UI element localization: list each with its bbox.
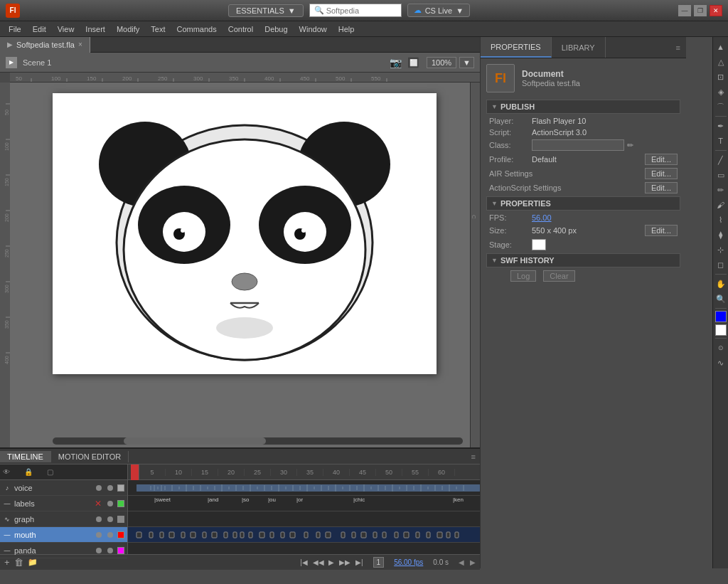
eraser-tool[interactable]: ◻: [714, 258, 728, 272]
stage-background[interactable]: [10, 83, 470, 447]
gradient-tool[interactable]: ◈: [714, 85, 728, 99]
doc-properties-header[interactable]: ▼ PROPERTIES: [486, 196, 680, 211]
menu-window[interactable]: Window: [294, 23, 333, 35]
menu-modify[interactable]: Modify: [111, 23, 145, 35]
size-edit-button[interactable]: Edit...: [645, 225, 678, 236]
smooth-tool[interactable]: ∿: [714, 356, 728, 370]
class-edit-icon[interactable]: ✏: [627, 141, 633, 150]
close-button[interactable]: ✕: [710, 5, 722, 16]
transform-tool[interactable]: ⊡: [714, 70, 728, 84]
fill-color-picker[interactable]: [715, 324, 727, 336]
hand-tool[interactable]: ✋: [714, 277, 728, 291]
tab-close-button[interactable]: ×: [78, 41, 82, 48]
layer-lock-dot[interactable]: [107, 501, 113, 506]
play-forward-button[interactable]: ▶|: [355, 558, 363, 566]
layer-labels[interactable]: — labels ✕: [0, 496, 127, 511]
new-folder-button[interactable]: 📁: [28, 558, 38, 567]
profile-edit-button[interactable]: Edit...: [645, 154, 678, 165]
add-layer-button[interactable]: +: [4, 557, 10, 568]
layer-lock-dot[interactable]: [107, 532, 113, 538]
layer-color-swatch[interactable]: [117, 516, 124, 523]
brush-tool[interactable]: 🖌: [714, 198, 728, 212]
clear-button[interactable]: Clear: [543, 270, 574, 282]
essentials-button[interactable]: ESSENTIALS ▼: [228, 4, 304, 17]
search-input[interactable]: [326, 6, 394, 15]
zoom-dropdown-icon[interactable]: ▼: [459, 57, 474, 68]
paint-bucket-tool[interactable]: ⧫: [714, 228, 728, 242]
scroll-left-button[interactable]: ◀: [459, 558, 464, 566]
log-button[interactable]: Log: [510, 270, 536, 282]
eyedropper-tool[interactable]: ⊹: [714, 243, 728, 257]
snap-to-object[interactable]: ⊙: [714, 341, 728, 355]
menu-text[interactable]: Text: [145, 23, 171, 35]
layer-color-swatch[interactable]: [117, 484, 124, 492]
rewind-button[interactable]: ◀◀: [313, 558, 324, 566]
select-tool[interactable]: ▲: [714, 40, 728, 54]
menu-commands[interactable]: Commands: [171, 23, 222, 35]
layer-voice[interactable]: ♪ voice: [0, 480, 127, 496]
ink-tool[interactable]: ⌇: [714, 213, 728, 227]
play-back-button[interactable]: |◀: [300, 558, 308, 566]
layer-visibility-dot[interactable]: [96, 485, 102, 491]
mouth-track[interactable]: [128, 527, 480, 543]
document-tab[interactable]: ▶ Softpedia test.fla ×: [0, 37, 90, 53]
menu-file[interactable]: File: [3, 23, 27, 35]
layer-panda[interactable]: — panda: [0, 543, 127, 558]
menu-help[interactable]: Help: [333, 23, 360, 35]
class-input[interactable]: [532, 139, 624, 151]
layer-color-swatch[interactable]: [117, 500, 124, 507]
restore-button[interactable]: ❐: [694, 5, 707, 16]
layer-visibility-x[interactable]: ✕: [95, 499, 102, 509]
fps-value[interactable]: 56.00 fps: [394, 558, 423, 566]
svg-text:200: 200: [4, 213, 9, 222]
layer-color-swatch[interactable]: [117, 531, 124, 538]
scroll-right-button[interactable]: ▶: [470, 558, 476, 566]
swf-history-header[interactable]: ▼ SWF HISTORY: [486, 253, 680, 267]
forward-button[interactable]: ▶▶: [339, 558, 350, 566]
graph-track[interactable]: [128, 511, 480, 527]
menu-debug[interactable]: Debug: [259, 23, 293, 35]
delete-layer-button[interactable]: 🗑: [14, 557, 23, 568]
motion-editor-tab[interactable]: MOTION EDITOR: [51, 451, 129, 462]
panel-collapse-button[interactable]: ≡: [676, 43, 686, 52]
cs-live-button[interactable]: ☁ CS Live ▼: [407, 4, 470, 17]
layer-visibility-dot[interactable]: [96, 548, 102, 553]
collapse-arrow[interactable]: C: [471, 215, 477, 219]
fps-value-link[interactable]: 56.00: [532, 213, 552, 222]
stage-color-picker[interactable]: [532, 239, 546, 250]
timeline-collapse[interactable]: ≡: [471, 452, 480, 461]
minimize-button[interactable]: —: [678, 5, 691, 16]
voice-track[interactable]: [128, 480, 480, 496]
layer-visibility-dot[interactable]: [96, 516, 102, 522]
layer-color-swatch[interactable]: [117, 547, 124, 554]
properties-tab[interactable]: PROPERTIES: [481, 37, 552, 58]
subselect-tool[interactable]: △: [714, 55, 728, 69]
labels-track[interactable]: |sweet |and |so |ou |or |chic |ken: [128, 496, 480, 511]
pen-tool[interactable]: ✒: [714, 119, 728, 133]
panda-track[interactable]: [128, 543, 480, 554]
zoom-tool[interactable]: 🔍: [714, 292, 728, 306]
stroke-color-picker[interactable]: [715, 311, 727, 322]
text-tool[interactable]: T: [714, 134, 728, 148]
horizontal-scrollbar[interactable]: [53, 437, 463, 445]
layer-lock-dot[interactable]: [107, 516, 113, 522]
timeline-tab[interactable]: TIMELINE: [0, 451, 51, 462]
pencil-tool[interactable]: ✏: [714, 183, 728, 197]
rect-tool[interactable]: ▭: [714, 168, 728, 182]
menu-edit[interactable]: Edit: [27, 23, 52, 35]
layer-visibility-dot[interactable]: [96, 532, 102, 538]
library-tab[interactable]: LIBRARY: [552, 37, 606, 58]
layer-lock-dot[interactable]: [107, 548, 113, 553]
menu-insert[interactable]: Insert: [80, 23, 111, 35]
play-button[interactable]: ▶: [328, 558, 334, 566]
line-tool[interactable]: ╱: [714, 153, 728, 167]
menu-control[interactable]: Control: [223, 23, 259, 35]
layer-mouth[interactable]: — mouth: [0, 527, 127, 543]
menu-view[interactable]: View: [52, 23, 80, 35]
lasso-tool[interactable]: ⌒: [714, 100, 728, 114]
as-edit-button[interactable]: Edit...: [645, 182, 678, 193]
air-edit-button[interactable]: Edit...: [645, 168, 678, 179]
layer-graph[interactable]: ∿ graph: [0, 511, 127, 527]
layer-lock-dot[interactable]: [107, 485, 113, 491]
publish-header[interactable]: ▼ PUBLISH: [486, 100, 680, 114]
